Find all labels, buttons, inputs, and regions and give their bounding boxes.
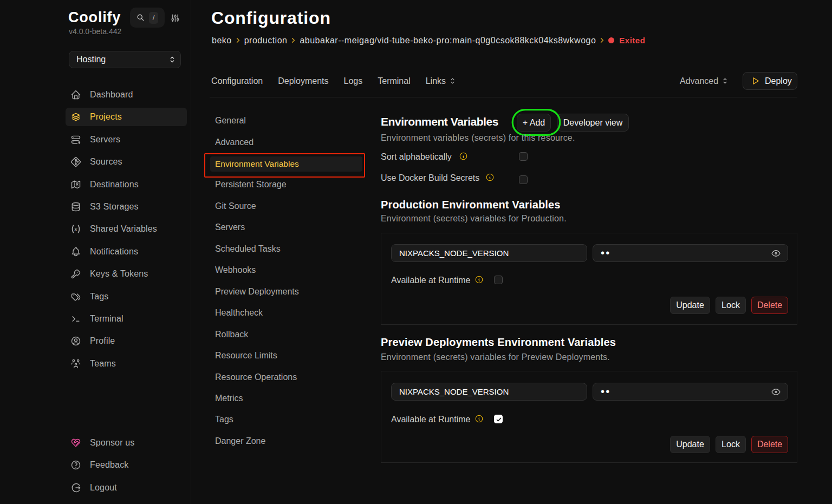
svg-text:x: x: [74, 226, 77, 232]
